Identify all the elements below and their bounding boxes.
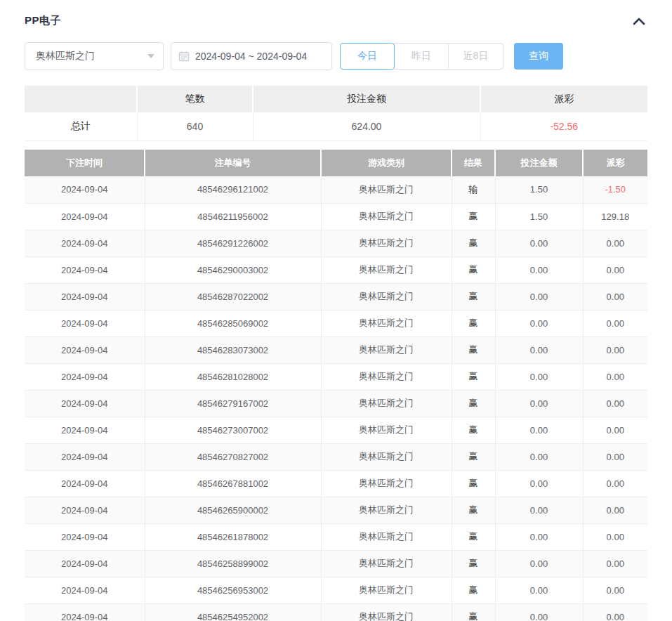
search-button[interactable]: 查询	[514, 43, 563, 70]
panel-title: PP电子	[25, 14, 61, 27]
cell-game-category: 奥林匹斯之门	[321, 230, 452, 256]
date-range-picker[interactable]: 2024-09-04 ~ 2024-09-04	[171, 42, 332, 70]
summary-header-blank	[25, 86, 137, 112]
summary-total-row: 总计 640 624.00 -52.56	[25, 112, 647, 140]
cell-bet-amount: 1.50	[495, 176, 583, 203]
cell-bet-time: 2024-09-04	[25, 203, 145, 230]
cell-order-number: 48546256953002	[145, 577, 321, 603]
summary-total-payout: -52.56	[480, 112, 647, 140]
cell-order-number: 48546211956002	[145, 203, 321, 230]
collapse-panel-button[interactable]	[631, 13, 647, 30]
cell-result: 赢	[452, 443, 495, 470]
cell-game-category: 奥林匹斯之门	[321, 443, 452, 470]
table-row: 2024-09-04 48546287022002 奥林匹斯之门 赢 0.00 …	[25, 283, 647, 310]
cell-game-category: 奥林匹斯之门	[321, 577, 452, 603]
cell-bet-time: 2024-09-04	[25, 523, 145, 550]
pp-electronic-panel: PP电子 奥林匹斯之门	[0, 0, 672, 621]
cell-result: 赢	[452, 497, 495, 523]
header-result: 结果	[452, 150, 495, 176]
cell-payout: 0.00	[583, 497, 647, 523]
cell-game-category: 奥林匹斯之门	[321, 550, 452, 577]
cell-game-category: 奥林匹斯之门	[321, 390, 452, 417]
summary-header-count: 笔数	[137, 86, 253, 112]
header-payout: 派彩	[583, 150, 647, 176]
cell-order-number: 48546254952002	[145, 603, 321, 621]
game-select[interactable]: 奥林匹斯之门	[25, 42, 164, 70]
cell-payout: -1.50	[583, 176, 647, 203]
quick-filter-button[interactable]: 近8日	[448, 43, 503, 70]
cell-order-number: 48546261878002	[145, 523, 321, 550]
cell-payout: 0.00	[583, 363, 647, 390]
table-row: 2024-09-04 48546211956002 奥林匹斯之门 赢 1.50 …	[25, 203, 647, 230]
cell-game-category: 奥林匹斯之门	[321, 363, 452, 390]
cell-bet-time: 2024-09-04	[25, 363, 145, 390]
table-row: 2024-09-04 48546265900002 奥林匹斯之门 赢 0.00 …	[25, 497, 647, 523]
cell-payout: 0.00	[583, 230, 647, 256]
quick-filter-group: 今日昨日近8日	[340, 43, 503, 70]
cell-bet-amount: 0.00	[495, 417, 583, 443]
cell-game-category: 奥林匹斯之门	[321, 336, 452, 363]
cell-result: 赢	[452, 523, 495, 550]
cell-bet-time: 2024-09-04	[25, 230, 145, 256]
cell-bet-time: 2024-09-04	[25, 603, 145, 621]
cell-bet-amount: 0.00	[495, 577, 583, 603]
table-row: 2024-09-04 48546296121002 奥林匹斯之门 输 1.50 …	[25, 176, 647, 203]
cell-bet-time: 2024-09-04	[25, 390, 145, 417]
cell-bet-time: 2024-09-04	[25, 256, 145, 283]
cell-bet-amount: 0.00	[495, 230, 583, 256]
table-row: 2024-09-04 48546261878002 奥林匹斯之门 赢 0.00 …	[25, 523, 647, 550]
summary-header-payout: 派彩	[480, 86, 647, 112]
cell-result: 赢	[452, 603, 495, 621]
calendar-icon	[178, 51, 190, 62]
cell-bet-time: 2024-09-04	[25, 310, 145, 336]
cell-game-category: 奥林匹斯之门	[321, 603, 452, 621]
cell-order-number: 48546296121002	[145, 176, 321, 203]
cell-bet-time: 2024-09-04	[25, 176, 145, 203]
header-game-category: 游戏类别	[321, 150, 452, 176]
date-range-value: 2024-09-04 ~ 2024-09-04	[195, 51, 307, 62]
cell-bet-amount: 1.50	[495, 203, 583, 230]
cell-result: 赢	[452, 230, 495, 256]
cell-order-number: 48546267881002	[145, 470, 321, 497]
cell-result: 赢	[452, 203, 495, 230]
cell-payout: 0.00	[583, 443, 647, 470]
cell-result: 赢	[452, 283, 495, 310]
cell-order-number: 48546290003002	[145, 256, 321, 283]
cell-bet-amount: 0.00	[495, 497, 583, 523]
header-bet-time: 下注时间	[25, 150, 145, 176]
summary-header-bet-amount: 投注金额	[253, 86, 480, 112]
table-row: 2024-09-04 48546285069002 奥林匹斯之门 赢 0.00 …	[25, 310, 647, 336]
chevron-up-icon	[632, 16, 646, 26]
table-row: 2024-09-04 48546267881002 奥林匹斯之门 赢 0.00 …	[25, 470, 647, 497]
cell-bet-time: 2024-09-04	[25, 443, 145, 470]
cell-bet-amount: 0.00	[495, 363, 583, 390]
cell-bet-time: 2024-09-04	[25, 470, 145, 497]
table-row: 2024-09-04 48546270827002 奥林匹斯之门 赢 0.00 …	[25, 443, 647, 470]
cell-payout: 0.00	[583, 470, 647, 497]
cell-bet-amount: 0.00	[495, 603, 583, 621]
cell-payout: 0.00	[583, 390, 647, 417]
cell-order-number: 48546287022002	[145, 283, 321, 310]
summary-total-bet-amount: 624.00	[253, 112, 480, 140]
cell-bet-time: 2024-09-04	[25, 550, 145, 577]
cell-order-number: 48546281028002	[145, 363, 321, 390]
cell-order-number: 48546265900002	[145, 497, 321, 523]
summary-total-count: 640	[137, 112, 253, 140]
cell-game-category: 奥林匹斯之门	[321, 283, 452, 310]
cell-result: 赢	[452, 417, 495, 443]
cell-order-number: 48546273007002	[145, 417, 321, 443]
cell-payout: 0.00	[583, 310, 647, 336]
cell-bet-time: 2024-09-04	[25, 417, 145, 443]
summary-total-label: 总计	[25, 112, 137, 140]
cell-payout: 129.18	[583, 203, 647, 230]
table-row: 2024-09-04 48546273007002 奥林匹斯之门 赢 0.00 …	[25, 417, 647, 443]
quick-filter-button[interactable]: 昨日	[394, 43, 449, 70]
table-header-row: 下注时间 注单编号 游戏类别 结果 投注金额 派彩	[25, 150, 647, 176]
cell-bet-time: 2024-09-04	[25, 336, 145, 363]
cell-payout: 0.00	[583, 417, 647, 443]
quick-filter-button[interactable]: 今日	[340, 43, 395, 70]
summary-table: 笔数 投注金额 派彩 总计 640 624.00 -52.56	[25, 86, 647, 141]
cell-game-category: 奥林匹斯之门	[321, 310, 452, 336]
cell-payout: 0.00	[583, 256, 647, 283]
table-row: 2024-09-04 48546256953002 奥林匹斯之门 赢 0.00 …	[25, 577, 647, 603]
